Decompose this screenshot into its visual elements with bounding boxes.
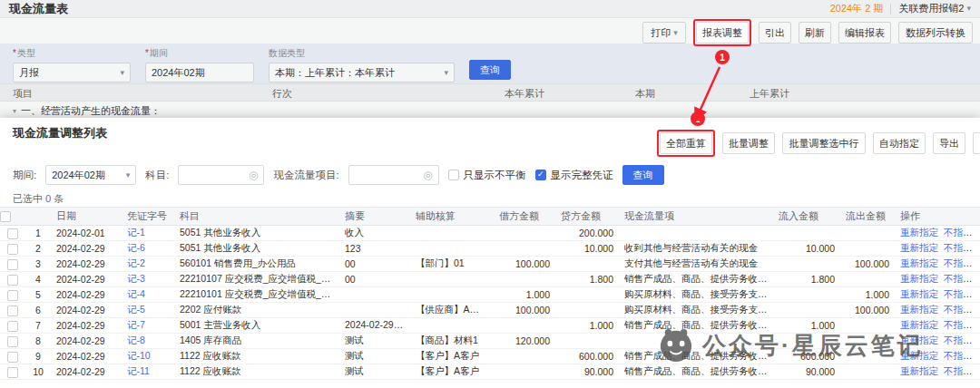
report-period-label: *期间 — [145, 47, 254, 60]
recalc-all-button[interactable]: 全部重算 — [660, 132, 712, 154]
unbalanced-only-checkbox[interactable]: 只显示不平衡 — [448, 169, 526, 182]
reassign-link[interactable]: 重新指定 — [900, 242, 938, 253]
voucher-link[interactable]: 记-2 — [127, 257, 145, 268]
cell-credit: 10.000 — [555, 241, 619, 257]
report-period-input[interactable]: 2024年02期 — [145, 63, 254, 82]
export-list-button[interactable]: 导出 — [933, 132, 965, 154]
reassign-link[interactable]: 重新指定 — [900, 273, 938, 284]
edit-report-button[interactable]: 编辑报表 — [838, 22, 891, 44]
cashflow-filter-input[interactable]: ◎ — [348, 165, 439, 185]
checkbox-icon[interactable] — [448, 170, 459, 180]
report-column-headers: 项目 行次 本年累计 本期 上年累计 — [0, 83, 980, 102]
print-button[interactable]: 打印 ▾ — [642, 22, 686, 44]
cell-summary: 收入 — [339, 226, 410, 241]
row-checkbox[interactable] — [7, 367, 18, 378]
cell-inflow — [773, 334, 840, 349]
unassign-link[interactable]: 不指定 — [944, 257, 973, 268]
report-query-button[interactable]: 查询 — [469, 60, 511, 80]
collapse-icon[interactable]: ▾ — [13, 107, 16, 115]
unassign-link[interactable]: 不指定 — [944, 304, 973, 315]
cell-voucher: 记-3 — [122, 272, 174, 287]
cell-subject: 22210101 应交税费_应交增值税_进项税额 — [174, 287, 339, 303]
row-checkbox[interactable] — [7, 306, 18, 316]
reassign-link[interactable]: 重新指定 — [900, 350, 938, 361]
unassign-link[interactable]: 不指定 — [944, 288, 973, 299]
voucher-link[interactable]: 记-10 — [127, 350, 151, 361]
voucher-link[interactable]: 记-1 — [127, 227, 145, 238]
show-full-voucher-checkbox[interactable]: 显示完整凭证 — [535, 169, 613, 182]
cell-op: 重新指定不指定 — [895, 364, 980, 380]
voucher-link[interactable]: 记-7 — [127, 319, 145, 330]
voucher-link[interactable]: 记-11 — [127, 365, 150, 376]
cell-voucher: 记-10 — [122, 349, 174, 364]
row-checkbox[interactable] — [7, 352, 18, 363]
row-checkbox[interactable] — [7, 321, 18, 332]
col-item: 现金流量项 — [619, 208, 773, 226]
batch-adjust-button[interactable]: 批量调整 — [722, 132, 775, 154]
cell-debit: 120.000 — [494, 334, 555, 349]
unassign-link[interactable]: 不指定 — [944, 365, 973, 376]
auto-assign-button[interactable]: 自动指定 — [873, 132, 926, 154]
data-transform-button[interactable]: 数据列示转换 — [898, 22, 973, 44]
cell-no: 9 — [25, 349, 51, 364]
row-checkbox[interactable] — [7, 228, 18, 239]
unassign-link[interactable]: 不指定 — [944, 227, 973, 238]
subject-filter-input[interactable]: ◎ — [178, 165, 264, 185]
reassign-link[interactable]: 重新指定 — [900, 288, 938, 299]
cell-no: 5 — [25, 287, 51, 303]
unassign-link[interactable]: 不指定 — [944, 335, 973, 345]
period-filter-value: 2024年02期 — [52, 169, 105, 182]
related-expense-link[interactable]: 关联费用报销2 ▾ — [898, 2, 971, 15]
select-all-checkbox[interactable] — [0, 211, 11, 222]
cell-summary — [339, 303, 410, 318]
chevron-down-icon: ▾ — [444, 69, 448, 77]
cell-subject: 2202 应付账款 — [174, 303, 339, 318]
cell-date: 2024-02-01 — [51, 226, 122, 241]
cash-flow-report-page: 现金流量表 2024年 2 期 关联费用报销2 ▾ 打印 ▾ 报表调整 1 引出… — [0, 0, 980, 118]
checkbox-icon[interactable] — [535, 170, 546, 180]
unassign-link[interactable]: 不指定 — [944, 319, 973, 330]
step-2-badge: 2 — [691, 112, 705, 126]
cell-date: 2024-02-29 — [51, 257, 122, 272]
cell-voucher: 记-6 — [122, 241, 174, 257]
cell-op: 重新指定不指定 — [895, 257, 980, 272]
clipped-toolbar-button[interactable] — [973, 132, 980, 154]
col-date: 日期 — [51, 208, 122, 226]
cell-credit — [555, 257, 619, 272]
lookup-icon[interactable]: ◎ — [423, 170, 432, 180]
voucher-link[interactable]: 记-5 — [127, 304, 145, 315]
row-checkbox[interactable] — [7, 290, 18, 301]
reassign-link[interactable]: 重新指定 — [900, 365, 938, 376]
row-checkbox[interactable] — [7, 275, 18, 286]
cell-credit: 1.800 — [555, 272, 619, 287]
report-adjust-button[interactable]: 报表调整 — [696, 22, 749, 44]
panel-query-button[interactable]: 查询 — [622, 165, 664, 185]
unassign-link[interactable]: 不指定 — [944, 350, 973, 361]
report-type-select[interactable]: 月报 ▾ — [13, 63, 131, 82]
data-type-select[interactable]: 本期：上年累计：本年累计 ▾ — [269, 63, 455, 82]
voucher-link[interactable]: 记-4 — [127, 288, 145, 299]
row-checkbox[interactable] — [7, 244, 18, 255]
batch-adjust-selected-button[interactable]: 批量调整选中行 — [782, 132, 866, 154]
reassign-link[interactable]: 重新指定 — [900, 335, 938, 345]
refresh-button[interactable]: 刷新 — [799, 22, 831, 44]
chevron-down-icon: ▾ — [966, 5, 971, 13]
voucher-link[interactable]: 记-6 — [127, 242, 145, 253]
lookup-icon[interactable]: ◎ — [249, 170, 258, 180]
row-checkbox-cell — [0, 241, 25, 257]
row-checkbox-cell — [0, 272, 25, 287]
cell-item: 销售产成品、商品、提供劳务收到的现金 — [619, 272, 773, 287]
unassign-link[interactable]: 不指定 — [944, 242, 973, 253]
voucher-link[interactable]: 记-3 — [127, 273, 145, 284]
row-checkbox[interactable] — [7, 336, 18, 347]
period-filter-select[interactable]: 2024年02期 ▾ — [45, 165, 136, 185]
reassign-link[interactable]: 重新指定 — [900, 227, 938, 238]
voucher-link[interactable]: 记-8 — [127, 335, 145, 345]
export-button[interactable]: 引出 — [759, 22, 791, 44]
row-checkbox[interactable] — [7, 259, 18, 270]
unassign-link[interactable]: 不指定 — [944, 273, 973, 284]
reassign-link[interactable]: 重新指定 — [900, 319, 938, 330]
reassign-link[interactable]: 重新指定 — [900, 304, 938, 315]
divider — [890, 4, 891, 15]
reassign-link[interactable]: 重新指定 — [900, 257, 938, 268]
